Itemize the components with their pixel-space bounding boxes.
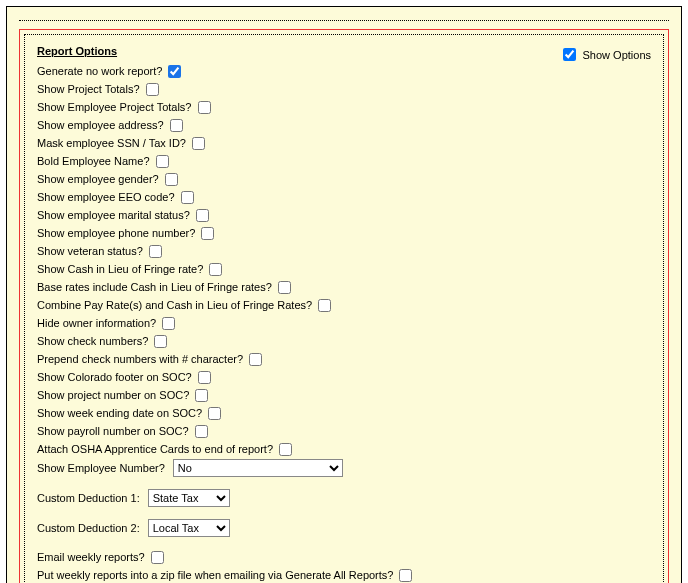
custom-ded-2-row: Custom Deduction 2: State TaxLocal TaxNo… xyxy=(37,519,651,537)
option-label: Show employee marital status? xyxy=(37,207,190,223)
option-row: Show employee EEO code? xyxy=(37,189,651,205)
custom-ded-2-label: Custom Deduction 2: xyxy=(37,520,140,536)
option-checkbox-hide_owner[interactable] xyxy=(162,317,175,330)
option-label: Combine Pay Rate(s) and Cash in Lieu of … xyxy=(37,297,312,313)
option-row: Show project number on SOC? xyxy=(37,387,651,403)
option-row: Show employee phone number? xyxy=(37,225,651,241)
option-label: Prepend check numbers with # character? xyxy=(37,351,243,367)
custom-ded-1-select[interactable]: State TaxLocal TaxNone xyxy=(148,489,230,507)
option-label: Hide owner information? xyxy=(37,315,156,331)
option-row: Prepend check numbers with # character? xyxy=(37,351,651,367)
option-checkbox-prepend_check[interactable] xyxy=(249,353,262,366)
email-weekly-row: Email weekly reports? xyxy=(37,549,651,565)
option-checkbox-attach_osha[interactable] xyxy=(279,443,292,456)
show-emp-num-label: Show Employee Number? xyxy=(37,460,165,476)
option-checkbox-co_footer_soc[interactable] xyxy=(198,371,211,384)
option-label: Attach OSHA Apprentice Cards to end of r… xyxy=(37,441,273,457)
option-row: Show employee marital status? xyxy=(37,207,651,223)
option-label: Show check numbers? xyxy=(37,333,148,349)
option-checkbox-base_rates_cilf[interactable] xyxy=(278,281,291,294)
option-label: Show payroll number on SOC? xyxy=(37,423,189,439)
option-checkbox-proj_totals[interactable] xyxy=(146,83,159,96)
option-checkbox-check_numbers[interactable] xyxy=(154,335,167,348)
option-checkbox-emp_proj_totals[interactable] xyxy=(198,101,211,114)
show-options-label: Show Options xyxy=(583,49,651,61)
option-label: Show employee phone number? xyxy=(37,225,195,241)
option-checkbox-bold_emp_name[interactable] xyxy=(156,155,169,168)
show-emp-num-row: Show Employee Number? NoYes xyxy=(37,459,651,477)
zip-weekly-label: Put weekly reports into a zip file when … xyxy=(37,567,393,583)
email-weekly-label: Email weekly reports? xyxy=(37,549,145,565)
email-weekly-checkbox[interactable] xyxy=(151,551,164,564)
show-emp-num-select[interactable]: NoYes xyxy=(173,459,343,477)
option-row: Show Project Totals? xyxy=(37,81,651,97)
option-label: Show Colorado footer on SOC? xyxy=(37,369,192,385)
option-row: Hide owner information? xyxy=(37,315,651,331)
option-row: Bold Employee Name? xyxy=(37,153,651,169)
option-label: Show Cash in Lieu of Fringe rate? xyxy=(37,261,203,277)
option-checkbox-cash_lieu_rate[interactable] xyxy=(209,263,222,276)
option-label: Show Employee Project Totals? xyxy=(37,99,192,115)
option-row: Attach OSHA Apprentice Cards to end of r… xyxy=(37,441,651,457)
option-checkbox-proj_num_soc[interactable] xyxy=(195,389,208,402)
option-checkbox-mask_ssn[interactable] xyxy=(192,137,205,150)
option-row: Combine Pay Rate(s) and Cash in Lieu of … xyxy=(37,297,651,313)
option-row: Mask employee SSN / Tax ID? xyxy=(37,135,651,151)
option-checkbox-emp_eeo[interactable] xyxy=(181,191,194,204)
custom-ded-1-label: Custom Deduction 1: xyxy=(37,490,140,506)
option-row: Show Colorado footer on SOC? xyxy=(37,369,651,385)
option-label: Show week ending date on SOC? xyxy=(37,405,202,421)
show-options-toggle: Show Options xyxy=(559,45,651,64)
option-checkbox-gen_no_work[interactable] xyxy=(168,65,181,78)
option-label: Bold Employee Name? xyxy=(37,153,150,169)
option-row: Show Cash in Lieu of Fringe rate? xyxy=(37,261,651,277)
option-list: Generate no work report?Show Project Tot… xyxy=(37,63,651,457)
option-label: Generate no work report? xyxy=(37,63,162,79)
option-label: Mask employee SSN / Tax ID? xyxy=(37,135,186,151)
option-label: Show project number on SOC? xyxy=(37,387,189,403)
zip-weekly-checkbox[interactable] xyxy=(399,569,412,582)
option-label: Show employee address? xyxy=(37,117,164,133)
option-checkbox-emp_address[interactable] xyxy=(170,119,183,132)
highlighted-section: Show Options Report Options Generate no … xyxy=(19,29,669,583)
option-row: Show payroll number on SOC? xyxy=(37,423,651,439)
option-checkbox-emp_phone[interactable] xyxy=(201,227,214,240)
report-options-panel: Show Options Report Options Generate no … xyxy=(24,34,664,583)
option-label: Show employee gender? xyxy=(37,171,159,187)
show-options-checkbox[interactable] xyxy=(563,48,576,61)
option-checkbox-emp_gender[interactable] xyxy=(165,173,178,186)
separator-top xyxy=(19,17,669,21)
custom-ded-1-row: Custom Deduction 1: State TaxLocal TaxNo… xyxy=(37,489,651,507)
option-row: Generate no work report? xyxy=(37,63,651,79)
option-checkbox-veteran[interactable] xyxy=(149,245,162,258)
option-row: Show check numbers? xyxy=(37,333,651,349)
option-row: Show employee gender? xyxy=(37,171,651,187)
option-checkbox-week_ending_soc[interactable] xyxy=(208,407,221,420)
option-row: Show week ending date on SOC? xyxy=(37,405,651,421)
zip-weekly-row: Put weekly reports into a zip file when … xyxy=(37,567,651,583)
option-label: Show employee EEO code? xyxy=(37,189,175,205)
config-panel: Show Options Report Options Generate no … xyxy=(6,6,682,583)
option-row: Show employee address? xyxy=(37,117,651,133)
option-checkbox-payroll_num_soc[interactable] xyxy=(195,425,208,438)
option-label: Show veteran status? xyxy=(37,243,143,259)
option-checkbox-combine_pay_rates[interactable] xyxy=(318,299,331,312)
option-label: Base rates include Cash in Lieu of Fring… xyxy=(37,279,272,295)
option-row: Base rates include Cash in Lieu of Fring… xyxy=(37,279,651,295)
option-checkbox-emp_marital[interactable] xyxy=(196,209,209,222)
option-row: Show Employee Project Totals? xyxy=(37,99,651,115)
option-label: Show Project Totals? xyxy=(37,81,140,97)
section-title: Report Options xyxy=(37,45,117,57)
custom-ded-2-select[interactable]: State TaxLocal TaxNone xyxy=(148,519,230,537)
option-row: Show veteran status? xyxy=(37,243,651,259)
